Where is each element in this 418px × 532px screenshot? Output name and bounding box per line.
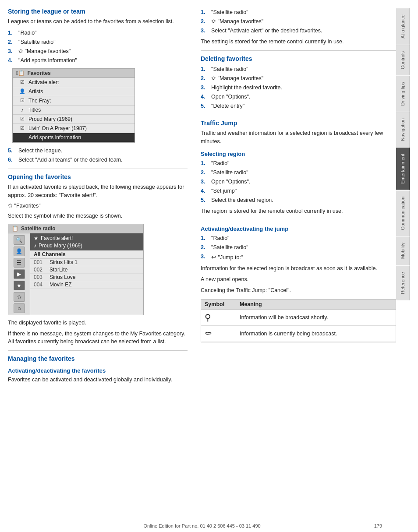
sat-menu: 📋 Satellite radio 🔍 👤 ☰ ▶ ★ ✩ ⌂ [8,224,144,315]
artists-icon: 👤 [19,88,26,94]
channel-row: 004 Movin EZ [30,281,143,289]
activating-jump-steps: 1."Radio" 2."Satellite radio" 3.↩ "Jump … [201,234,396,262]
deleting-steps-list: 1."Satellite radio" 2.✩ "Manage favorite… [201,65,396,110]
checkbox-icon: ☑ [19,79,26,85]
menu-item-activate: ☑ Activate alert [13,78,135,87]
section-traffic-jump: Traffic Jump Traffic and weather informa… [201,120,396,146]
footer-page-num: 179 [374,523,382,528]
tab-entertainment[interactable]: Entertainment [396,147,410,190]
channel-row: 001 Sirius Hits 1 [30,259,143,266]
channel-row: 002 StarLite [30,266,143,274]
activating-fav-title: Activating/deactivating the favorites [8,367,188,374]
section-deleting: Deleting favorites 1."Satellite radio" 2… [201,55,396,110]
symbol-table-row-2: ⚰ Information is currently being broadca… [201,326,396,342]
section-opening: Opening the favorites If an activated fa… [8,173,188,346]
sat-icon-manage-star[interactable]: ✩ [14,292,25,302]
checkbox-icon: ☑ [19,116,26,122]
menu-item-titles: ♪ Titles [13,106,135,115]
sat-channels-label: All Channels [30,250,143,259]
list-item: 4."Set jump" [201,187,396,195]
list-item: 5.Select the league. [8,146,188,155]
music-icon: ♪ [19,107,26,113]
list-item: 1."Satellite radio" [201,8,396,17]
tab-navigation[interactable]: Navigation [396,112,410,147]
overlay-item-proud-mary: ♪ Proud Mary (1969) [34,242,140,249]
sat-icon-search3[interactable]: ☰ [14,258,25,268]
sat-middle-content: ★ Favorite alert! ♪ Proud Mary (1969) Al… [30,233,143,315]
checkbox-icon: ☑ [19,98,26,103]
sat-icon-search1[interactable]: 🔍 [14,235,25,245]
section-selecting-region: Selecting region 1."Radio" 2."Satellite … [201,151,396,215]
list-item: 3.Highlight the desired favorite. [201,83,396,92]
opening-title: Opening the favorites [8,173,188,180]
traffic-jump-intro: Traffic and weather information for a se… [201,129,396,146]
sat-title-icon: 📋 [12,225,18,232]
storing-intro: Leagues or teams can be added to the fav… [8,18,188,26]
sat-icon-search2[interactable]: 👤 [14,247,25,256]
list-item: 1."Radio" [201,234,396,243]
selecting-region-title: Selecting region [201,151,396,157]
symbol-1: ⚲ [205,312,240,323]
list-item: 2.✩ "Manage favorites" [201,17,396,26]
list-item: 1."Satellite radio" [201,65,396,74]
list-item: 2."Satellite radio" [201,243,396,252]
selecting-region-note: The region is stored for the remote cont… [201,207,396,215]
col-meaning-header: Meaning [240,301,392,307]
sat-icon-home[interactable]: ⌂ [14,303,25,313]
tab-communication[interactable]: Communication [396,190,410,236]
managing-title: Managing the favorites [8,355,188,362]
sat-icon-play[interactable]: ▶ [14,269,25,279]
meaning-2: Information is currently being broadcast… [240,331,392,337]
list-item: 2."Satellite radio" [8,38,188,46]
tab-at-a-glance[interactable]: At a glance [396,8,410,45]
menu-title-bar: 📋 Favorites [13,69,135,78]
opening-symbol-line: ✩ "Favorites" [8,202,188,210]
opening-note: The displayed favorite is played. [8,319,188,327]
managing-stored-note: The setting is stored for the remote con… [201,38,396,46]
opening-symbol-desc: Select the symbol while the message is s… [8,212,188,220]
symbol-table: Symbol Meaning ⚲ Information will be bro… [201,299,396,342]
symbol-2: ⚰ [205,328,240,339]
section-managing: Managing the favorites Activating/deacti… [8,355,188,384]
tab-strip: At a glance Controls Driving tips Naviga… [396,8,410,528]
menu-item-artists: 👤 Artists [13,87,135,96]
menu-item-add-sports: Add sports information [13,133,135,142]
channel-row: 003 Sirius Love [30,274,143,281]
tab-reference[interactable]: Reference [396,265,410,300]
managing-steps-section: 1."Satellite radio" 2.✩ "Manage favorite… [201,8,396,46]
music-icon: ♪ [34,243,36,249]
list-item: 5.Select the desired region. [201,196,396,204]
checkbox-icon: ☑ [19,125,26,131]
list-item: 2.✩ "Manage favorites" [201,74,396,83]
sat-icon-star[interactable]: ★ [14,281,25,290]
activating-jump-note1: Information for the selected region is b… [201,264,396,273]
storing-steps-list: 1."Radio" 2."Satellite radio" 3.✩ "Manag… [8,28,188,65]
activating-jump-note3: Canceling the Traffic Jump: "Cancel". [201,286,396,295]
section-activating-jump: Activating/deactivating the jump 1."Radi… [201,225,396,295]
menu-title-icon: 📋 [16,70,25,76]
sat-menu-title: 📋 Satellite radio [8,224,143,233]
menu-item-proud-mary: ☑ Proud Mary (1969) [13,115,135,124]
opening-intro: If an activated favorite is played back,… [8,183,188,200]
selecting-region-steps: 1."Radio" 2."Satellite radio" 3.Open "Op… [201,159,396,204]
menu-item-thefray: ☑ The Fray; [13,96,135,106]
list-item: 1."Radio" [8,28,188,37]
tab-controls[interactable]: Controls [396,45,410,75]
list-item: 4."Add sports information" [8,56,188,65]
favorites-menu: 📋 Favorites ☑ Activate alert 👤 Artists … [12,68,135,143]
list-item: 3.↩ "Jump to:" [201,252,396,262]
star-icon: ★ [34,235,39,241]
activating-jump-title: Activating/deactivating the jump [201,225,396,232]
list-item: 3.Select "Activate alert" or the desired… [201,26,396,35]
sat-overlay: ★ Favorite alert! ♪ Proud Mary (1969) [30,233,143,250]
tab-mobility[interactable]: Mobility [396,236,410,265]
symbol-table-row-1: ⚲ Information will be broadcast shortly. [201,310,396,326]
list-item: 4.Open "Options". [201,92,396,101]
tab-driving-tips[interactable]: Driving tips [396,75,410,112]
symbol-table-header: Symbol Meaning [201,299,396,310]
sat-channel-rows: 001 Sirius Hits 1 002 StarLite 003 Siriu… [30,259,143,289]
sat-menu-body: 🔍 👤 ☰ ▶ ★ ✩ ⌂ ★ Favorite alert! [8,233,143,315]
list-item: 2."Satellite radio" [201,168,396,177]
section-storing: Storing the league or team Leagues or te… [8,8,188,164]
footer-text: Online Edition for Part no. 01 40 2 606 … [143,523,260,528]
